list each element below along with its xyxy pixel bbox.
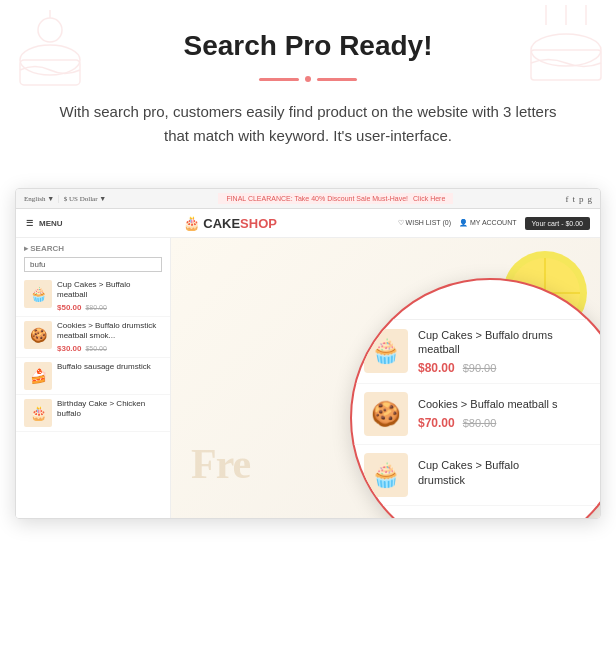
divider <box>40 76 576 82</box>
circle-info-3: Cup Cakes > Buffalo drumstick <box>418 458 600 491</box>
circle-thumb-3: 🧁 <box>364 453 408 497</box>
divider-dot <box>305 76 311 82</box>
sidebar-result-4[interactable]: 🎂 Birthday Cake > Chicken buffalo <box>16 395 170 432</box>
divider-line-right <box>317 78 357 81</box>
circle-result-3[interactable]: 🧁 Cup Cakes > Buffalo drumstick <box>352 445 600 506</box>
result-info-3: Buffalo sausage drumstick <box>57 362 162 374</box>
circle-thumb-1: 🧁 <box>364 329 408 373</box>
svg-point-0 <box>38 18 62 42</box>
social-icons: f t p g <box>565 194 592 204</box>
browser-topbar: English ▼ | $ US Dollar ▼ FINAL CLEARANC… <box>16 189 600 209</box>
result-name-2: Cookies > Buffalo drumstick meatball smo… <box>57 321 162 342</box>
circle-result-1[interactable]: 🧁 Cup Cakes > Buffalo drums meatball $80… <box>352 320 600 384</box>
circle-result-name-3: Cup Cakes > Buffalo drumstick <box>418 458 600 487</box>
result-thumb-3: 🍰 <box>24 362 52 390</box>
circle-price-new-1: $80.00 <box>418 361 455 375</box>
circle-result-2[interactable]: 🍪 Cookies > Buffalo meatball s $70.00 $8… <box>352 384 600 445</box>
page-title: Search Pro Ready! <box>40 30 576 62</box>
hero-area: Fre buf 🧁 Cup Cakes > Buffalo drums meat… <box>171 238 600 518</box>
menu-label: MENU <box>39 219 63 228</box>
circle-prices-1: $80.00 $90.00 <box>418 361 600 375</box>
result-prices-2: $30.00 $50.00 <box>57 344 162 353</box>
result-info-2: Cookies > Buffalo drumstick meatball smo… <box>57 321 162 353</box>
site-logo[interactable]: 🎂 CAKESHOP <box>183 215 277 231</box>
search-label: ▸ SEARCH <box>16 238 170 255</box>
result-price-old-1: $80.00 <box>85 304 106 311</box>
sidebar-result-2[interactable]: 🍪 Cookies > Buffalo drumstick meatball s… <box>16 317 170 358</box>
sidebar-search-input[interactable] <box>24 257 162 272</box>
circle-price-new-2: $70.00 <box>418 416 455 430</box>
announcement-text: FINAL CLEARANCE: Take 40% Discount Sale … <box>226 195 408 202</box>
result-thumb-2: 🍪 <box>24 321 52 349</box>
circle-price-old-1: $90.00 <box>463 362 497 374</box>
language-selector[interactable]: English ▼ <box>24 195 54 203</box>
circle-prices-2: $70.00 $80.00 <box>418 416 600 430</box>
result-price-old-2: $50.00 <box>85 345 106 352</box>
hamburger-icon: ☰ <box>26 219 33 228</box>
circle-info-2: Cookies > Buffalo meatball s $70.00 $80.… <box>418 397 600 429</box>
result-price-new-1: $50.00 <box>57 303 81 312</box>
currency-selector[interactable]: $ US Dollar ▼ <box>64 195 107 203</box>
result-prices-1: $50.00 $80.00 <box>57 303 162 312</box>
result-thumb-1: 🧁 <box>24 280 52 308</box>
announcement-link[interactable]: Click Here <box>413 195 445 202</box>
hero-watermark: Fre <box>191 440 250 488</box>
sidebar-result-1[interactable]: 🧁 Cup Cakes > Buffalo meatball $50.00 $8… <box>16 276 170 317</box>
result-info-1: Cup Cakes > Buffalo meatball $50.00 $80.… <box>57 280 162 312</box>
announcement-bar: FINAL CLEARANCE: Take 40% Discount Sale … <box>218 193 453 204</box>
pinterest-icon[interactable]: p <box>579 194 584 204</box>
wishlist-button[interactable]: ♡ WISH LIST (0) <box>398 219 451 227</box>
svg-rect-8 <box>531 50 601 80</box>
result-name-4: Birthday Cake > Chicken buffalo <box>57 399 162 420</box>
menu-button[interactable]: ☰ MENU <box>26 219 63 228</box>
sidebar-results: ▸ SEARCH 🧁 Cup Cakes > Buffalo meatball … <box>16 238 171 518</box>
google-icon[interactable]: g <box>588 194 593 204</box>
topbar-left: English ▼ | $ US Dollar ▼ <box>24 194 106 203</box>
logo-cake-icon: 🎂 <box>183 215 200 231</box>
cart-button[interactable]: Your cart - $0.00 <box>525 217 591 230</box>
sidebar-result-3[interactable]: 🍰 Buffalo sausage drumstick <box>16 358 170 395</box>
divider-line-left <box>259 78 299 81</box>
logo-accent: SHOP <box>240 216 277 231</box>
search-results-overlay: buf 🧁 Cup Cakes > Buffalo drums meatball… <box>350 278 600 518</box>
circle-info-1: Cup Cakes > Buffalo drums meatball $80.0… <box>418 328 600 375</box>
result-name-3: Buffalo sausage drumstick <box>57 362 162 372</box>
circle-result-name-2: Cookies > Buffalo meatball s <box>418 397 600 411</box>
browser-main: ▸ SEARCH 🧁 Cup Cakes > Buffalo meatball … <box>16 238 600 518</box>
facebook-icon[interactable]: f <box>565 194 568 204</box>
navbar: ☰ MENU 🎂 CAKESHOP ♡ WISH LIST (0) 👤 MY A… <box>16 209 600 238</box>
nav-right: ♡ WISH LIST (0) 👤 MY ACCOUNT Your cart -… <box>398 217 590 230</box>
result-price-new-2: $30.00 <box>57 344 81 353</box>
result-info-4: Birthday Cake > Chicken buffalo <box>57 399 162 422</box>
logo-text: CAKESHOP <box>203 216 277 231</box>
circle-price-old-2: $80.00 <box>463 417 497 429</box>
account-button[interactable]: 👤 MY ACCOUNT <box>459 219 517 227</box>
twitter-icon[interactable]: t <box>572 194 575 204</box>
circle-thumb-2: 🍪 <box>364 392 408 436</box>
browser-mockup: English ▼ | $ US Dollar ▼ FINAL CLEARANC… <box>15 188 601 519</box>
search-input-row <box>16 255 170 276</box>
result-thumb-4: 🎂 <box>24 399 52 427</box>
result-name-1: Cup Cakes > Buffalo meatball <box>57 280 162 301</box>
circle-result-name-1: Cup Cakes > Buffalo drums meatball <box>418 328 600 357</box>
subtitle-text: With search pro, customers easily find p… <box>48 100 568 148</box>
